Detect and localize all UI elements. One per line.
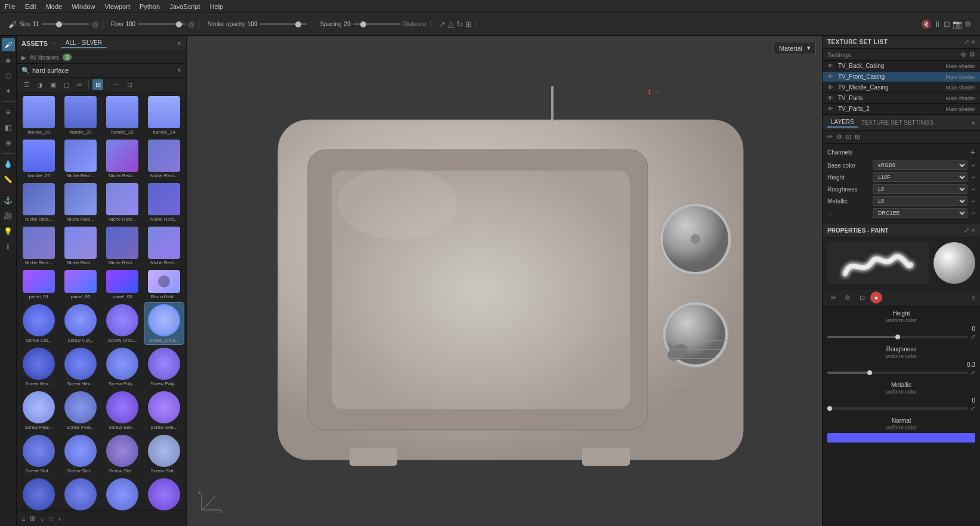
layers-tab[interactable]: LAYERS — [827, 117, 858, 128]
asset-handle-24[interactable]: handle_24 — [144, 95, 184, 136]
asset-niche-4[interactable]: Niche Rect... — [19, 182, 58, 223]
texture-set-settings-tab[interactable]: TEXTURE SET SETTINGS — [858, 118, 938, 127]
more-btn[interactable]: ⋯ — [111, 79, 122, 90]
transform-icon3[interactable]: ↻ — [456, 20, 463, 29]
roughness-expand-btn[interactable]: ⤢ — [970, 369, 975, 376]
layers-tool-4[interactable]: ⊞ — [855, 133, 860, 141]
layers-tool-1[interactable]: ✏ — [827, 133, 833, 141]
asset-handle-23[interactable]: handle_23 — [103, 95, 142, 136]
transform-icon2[interactable]: △ — [448, 20, 454, 29]
channel-select-roughness[interactable]: L8 — [873, 184, 967, 194]
asset-niche-5[interactable]: Niche Rect... — [61, 182, 100, 223]
frame-btn[interactable]: □ — [49, 515, 53, 522]
transform-icon4[interactable]: ⊞ — [465, 20, 472, 29]
mute-icon[interactable]: 🔇 — [922, 20, 931, 29]
ts-item-parts-2[interactable]: 👁 TV_Parts_2 Main shader — [823, 104, 980, 115]
anchor-btn[interactable]: ⚓ — [2, 194, 15, 207]
ts-item-parts[interactable]: 👁 TV_Parts Main shader — [823, 93, 980, 104]
asset-screw-slot-4[interactable]: Screw Slot... — [144, 434, 184, 475]
asset-screw-poly-1[interactable]: Screw Poly... — [103, 346, 142, 388]
channel-minus-extra[interactable]: − — [971, 209, 975, 217]
search-clear-btn[interactable]: × — [177, 66, 181, 75]
asset-panel-01[interactable]: panel_01 — [19, 269, 58, 301]
apps-btn[interactable]: ⊡ — [124, 79, 135, 90]
ts-item-middle-casing[interactable]: 👁 TV_Middle_Casing Main shader — [823, 82, 980, 93]
sort-btn[interactable]: ▣ — [48, 79, 58, 90]
metallic-expand-btn[interactable]: ⤢ — [970, 405, 975, 411]
channel-minus-basecolor[interactable]: − — [971, 161, 975, 169]
height-expand-btn[interactable]: ⤢ — [970, 333, 975, 340]
spacing-slider[interactable] — [353, 23, 401, 25]
camera-btn[interactable]: 🎥 — [2, 209, 15, 222]
light-btn[interactable]: 💡 — [2, 225, 15, 238]
label-btn[interactable]: ◻ — [61, 79, 72, 90]
asset-niche-1[interactable]: Niche Rect... — [61, 138, 100, 180]
material-dropdown[interactable]: Material ▾ — [774, 42, 816, 54]
polygon-tool-btn[interactable]: ✦ — [2, 85, 15, 98]
menu-javascript[interactable]: JavaScript — [169, 3, 200, 10]
pencil-btn[interactable]: ✏ — [74, 79, 85, 90]
ts-eye-btn[interactable]: 👁 — [960, 51, 967, 58]
channel-select-height[interactable]: L16F — [873, 172, 967, 182]
asset-panel-02[interactable]: panel_02 — [61, 269, 100, 301]
asset-handle-22[interactable]: handle_22 — [61, 95, 100, 136]
metallic-slider[interactable] — [827, 407, 968, 410]
brush-settings-btn[interactable]: ⚙ — [842, 292, 854, 304]
search-input[interactable] — [32, 67, 175, 74]
tss-close-btn[interactable]: × — [972, 119, 975, 126]
ts-item-back-casing[interactable]: 👁 TV_Back_Casing Main shader — [823, 61, 980, 72]
filter-btn[interactable]: ◑ — [35, 79, 45, 90]
channels-add-btn[interactable]: + — [970, 147, 975, 157]
asset-screw-cut-1[interactable]: Screw Cut... — [19, 303, 58, 344]
asset-screw-cross-1[interactable]: Screw Cros... — [103, 303, 142, 344]
list-view-btn[interactable]: ☰ — [21, 79, 32, 90]
asset-panel-03[interactable]: panel_03 — [103, 269, 142, 301]
eyedropper-btn[interactable]: 💧 — [2, 157, 15, 171]
asset-screw-hex-2[interactable]: Screw Hex... — [61, 346, 100, 388]
asset-screw-slot-3[interactable]: Screw Slot... — [103, 434, 142, 475]
asset-niche-6[interactable]: Niche Rect... — [103, 182, 142, 223]
asset-round-hole[interactable]: Round Hol... — [144, 269, 184, 301]
asset-screw-squ-1[interactable]: Screw Squ... — [19, 477, 58, 510]
clone-tool-btn[interactable]: ⊕ — [2, 137, 15, 150]
rotate-btn[interactable]: ○ — [40, 515, 44, 522]
asset-niche-7[interactable]: Niche Rect... — [144, 182, 184, 223]
asset-screw-peal-2[interactable]: Screw Peal... — [61, 390, 100, 431]
ts-item-front-casing[interactable]: 👁 TV_Front_Casing Main shader — [823, 72, 980, 82]
brush-color-btn[interactable]: ⊡ — [856, 292, 868, 304]
mask-tool-btn[interactable]: ◧ — [2, 121, 15, 134]
transform-icon1[interactable]: ↗ — [439, 20, 446, 29]
ts-gear-btn[interactable]: ⚙ — [969, 51, 975, 58]
menu-window[interactable]: Window — [72, 3, 95, 10]
asset-screw-see-2[interactable]: Screw See... — [144, 390, 184, 431]
size-slider[interactable] — [42, 23, 89, 25]
channel-select-metallic[interactable]: L8 — [873, 196, 967, 206]
asset-screw-poly-2[interactable]: Screw Poly... — [144, 346, 184, 388]
asset-screw-peal-1[interactable]: Screw Peal... — [19, 390, 58, 431]
menu-edit[interactable]: Edit — [25, 3, 36, 10]
asset-screw-slot-2[interactable]: Screw Slot... — [61, 434, 100, 475]
window-icon[interactable]: ⊡ — [944, 20, 950, 29]
menu-viewport[interactable]: Viewport — [104, 3, 130, 10]
asset-niche-10[interactable]: Niche Rect... — [103, 225, 142, 267]
menu-file[interactable]: File — [5, 3, 16, 10]
asset-niche-9[interactable]: Niche Rect... — [61, 225, 100, 267]
camera-icon[interactable]: 📷 — [953, 20, 962, 29]
brush-pen-btn[interactable]: ✏ — [827, 292, 839, 304]
grid-view-btn[interactable]: ⊞ — [92, 79, 103, 90]
asset-screw-cut-2[interactable]: Screw Cut... — [61, 303, 100, 344]
brush-shape-icon[interactable]: ◎ — [92, 20, 98, 29]
assets-tab-all[interactable]: ALL - SILVER — [61, 38, 107, 48]
prop-expand-btn[interactable]: ⤢ — [964, 227, 969, 234]
asset-screw-squ-2[interactable]: Screw Squ... — [61, 477, 100, 510]
asset-niche-11[interactable]: Niche Rect... — [144, 225, 184, 267]
asset-niche-2[interactable]: Niche Rect... — [103, 138, 142, 180]
pause-icon[interactable]: ⏸ — [933, 20, 941, 29]
brush-active-btn[interactable]: ● — [870, 292, 882, 304]
asset-niche-3[interactable]: Niche Rect... — [144, 138, 184, 180]
asset-niche-8[interactable]: Niche Rect... — [19, 225, 58, 267]
prop-close-btn[interactable]: × — [972, 227, 975, 234]
flow-icon[interactable]: ◎ — [188, 20, 194, 29]
select-tool-btn[interactable]: ⬡ — [2, 69, 15, 82]
smudge-tool-btn[interactable]: ◈ — [2, 54, 15, 67]
